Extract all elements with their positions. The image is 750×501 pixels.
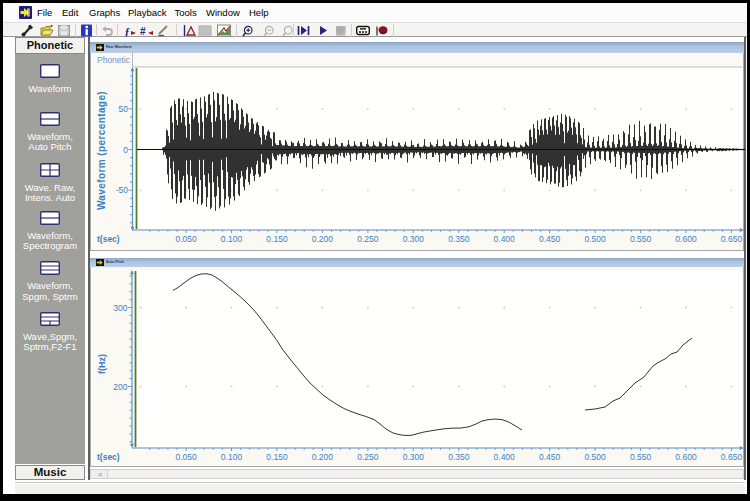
svg-text:0.350: 0.350 <box>448 452 470 462</box>
svg-text:0.250: 0.250 <box>357 452 379 462</box>
svg-text:200: 200 <box>113 382 127 392</box>
svg-text:0.450: 0.450 <box>539 234 561 244</box>
svg-text:0: 0 <box>123 145 128 155</box>
svg-text:0.400: 0.400 <box>494 452 516 462</box>
svg-text:0.550: 0.550 <box>630 234 652 244</box>
svg-text:0.200: 0.200 <box>312 452 334 462</box>
svg-text:0.300: 0.300 <box>403 452 425 462</box>
svg-text:0.650: 0.650 <box>721 234 743 244</box>
svg-text:0.350: 0.350 <box>448 234 470 244</box>
svg-text:0.300: 0.300 <box>403 234 425 244</box>
svg-text:0.650: 0.650 <box>721 452 743 462</box>
svg-text:0.050: 0.050 <box>175 234 197 244</box>
svg-text:t(sec): t(sec) <box>97 234 120 244</box>
svg-text:0.450: 0.450 <box>539 452 561 462</box>
svg-text:0.150: 0.150 <box>266 452 288 462</box>
svg-text:-50: -50 <box>116 185 129 195</box>
svg-text:300: 300 <box>113 303 127 313</box>
svg-text:0.050: 0.050 <box>175 452 197 462</box>
svg-text:0.550: 0.550 <box>630 452 652 462</box>
svg-text:0.500: 0.500 <box>584 234 606 244</box>
svg-text:0.600: 0.600 <box>675 234 697 244</box>
svg-text:ƒ: ƒ <box>125 25 131 37</box>
svg-text:0.600: 0.600 <box>675 452 697 462</box>
svg-text:#: # <box>140 26 146 37</box>
svg-text:0.100: 0.100 <box>221 452 243 462</box>
svg-text:0.100: 0.100 <box>221 234 243 244</box>
svg-text:50: 50 <box>119 104 129 114</box>
svg-text:Phonetic: Phonetic <box>97 55 131 65</box>
svg-text:0.250: 0.250 <box>357 234 379 244</box>
svg-text:0.500: 0.500 <box>584 452 606 462</box>
svg-text:0.150: 0.150 <box>266 234 288 244</box>
svg-text:t(sec): t(sec) <box>97 452 120 462</box>
svg-text:0.200: 0.200 <box>312 234 334 244</box>
svg-text:0.400: 0.400 <box>494 234 516 244</box>
